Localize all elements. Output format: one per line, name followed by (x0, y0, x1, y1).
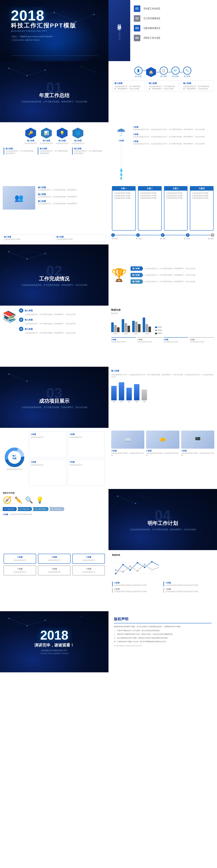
bars-2 (122, 316, 130, 332)
contents-item-4: 04 【明年工作计划】 (134, 35, 213, 41)
slide-section-03: 03 成功项目展示 点击此处添加具体内容，文字尽量言简意赅，简单说明即可，不必太… (0, 367, 108, 428)
method-4: 方案四 点击此处添加文字说明点击此处添加文字说明点击此处添加文字说明 (190, 186, 214, 230)
arrow-2: 输入标题 (130, 273, 143, 277)
tool-text-row: 小标题 点击此处添加文字说明点击此处 (3, 513, 106, 516)
tl-line-4 (189, 235, 211, 235)
info-text-1: 点击此处添加文字，文字尽量言简意赅，简单说明即可，不必太过详细。 (115, 85, 142, 90)
svg-point-50 (8, 618, 9, 619)
utext-body-1: 点击此处添加正文文字，点击此处添加正文文字，文字尽量言简意赅，简单说明即可，不必… (133, 128, 213, 131)
slide-wave-chart: 数据折线 小标题 点击此处添加文字 (108, 550, 217, 611)
wave-title: 数据折线 (112, 554, 213, 556)
svg-point-20 (27, 258, 28, 259)
method-text-1: 点击此处添加文字说明点击此处添加文字说明点击此处添加文字说明 (114, 192, 133, 199)
circle-icon-3: 📋 (160, 66, 168, 75)
title-main: 科技工作汇报PPT模版 (11, 22, 76, 30)
circles-row: 👤 输入标题 🏠 📋 输入标题 💎 输入标题 🔧 输入标题 (112, 66, 213, 78)
connector-1 (143, 70, 146, 71)
sbox-4: 小标题 点击此处添加文字 (68, 459, 105, 485)
vbar-item-4: 04 (134, 384, 140, 403)
gbox-text-3: 点击此处添加文字 (74, 559, 103, 561)
trophy-item-1: 输入标题 点击此处添加文字，文字尽量言简意赅，简单说明即可，不必太过详细。 (130, 267, 214, 271)
ctbox-2: 小标题 点击此处添加文字说明 (137, 337, 162, 343)
method-header-2: 方案二 (138, 186, 161, 191)
gbox-text-1: 点击此处添加文字 (6, 559, 34, 561)
svg-line-10 (27, 70, 45, 75)
slide-photos: ⌨️ 小标题 点击此处添加文字说明，点击此处添加文字说明 🤝 小标题 点击此处添… (108, 428, 217, 489)
connector-2 (156, 72, 160, 72)
vbar-label-2: 02 (121, 401, 122, 403)
chart-title: 数据比较 (111, 308, 214, 312)
svg-point-37 (115, 573, 117, 574)
tl-dot-5: 5 (211, 233, 214, 237)
vbar-3 (126, 388, 132, 400)
svg-point-13 (45, 70, 46, 71)
sbox-title-4: 小标题 (69, 461, 103, 463)
tl-line-1 (115, 235, 136, 235)
book-header-2: 02 输入标题 (19, 317, 106, 322)
bar-label-2: 2016 (124, 333, 128, 335)
umbrella-line (121, 143, 121, 167)
contents-items: 01 【年度工作总结】 02 【工作完成情况】 03 【成功项目展示】 04 【… (134, 5, 213, 44)
wbox-text-1: 点击此处添加文字说明点击此处添加文字说明 (114, 584, 162, 586)
book-item-2: 02 输入标题 点击此处添加文字，文字尽量言简意赅，简单说明即可，不必太过详细。 (19, 317, 106, 325)
umbrella-icon: ☂ (116, 126, 126, 138)
svg-point-53 (81, 616, 82, 617)
vbar-item-2: 02 (119, 382, 124, 403)
slide-finale: 2018 演讲完毕，谢谢观看！ BUSINESS FINANCING PPT 工… (0, 611, 108, 672)
photo-card-1: ⌨️ 小标题 点击此处添加文字说明，点击此处添加文字说明 (111, 431, 144, 457)
svg-point-8 (93, 14, 95, 15)
legend-1: 系列1 (155, 326, 214, 329)
hex-text-box-2: 输入标题 点击此处添加文字，文字尽量言简意赅，简单说明即可 (38, 147, 70, 155)
sbox-title-1: 小标题 (31, 433, 65, 436)
gbox-text-5: 点击此处添加文字 (40, 571, 68, 573)
bar-label-4: 2018 (145, 333, 149, 335)
vbars-text: 点击此处添加正文文字，点击此处添加正文文字，文字尽量言简意赅，简单说明即可，不必… (111, 374, 214, 378)
timeline-row: 1 2 3 4 5 (111, 233, 214, 237)
bars-1 (111, 316, 120, 332)
utext-title-3: 小标题 (133, 140, 213, 143)
vbar-5 (142, 390, 147, 400)
vbar-label-4: 04 (136, 401, 137, 403)
photo-1: ⌨️ (111, 431, 144, 448)
slide-hexagons: 🔑 输入标题 点击此处添加文字 📊 输入标题 点击此处添加文字 💡 输入标题 点… (0, 122, 108, 183)
wbox-text-2: 点击此处添加文字说明点击此处添加文字说明 (165, 584, 213, 586)
legend-color-2 (155, 330, 157, 331)
tl-dot-4: 4 (186, 233, 189, 237)
wbox-text-4: 点击此处添加文字说明点击此处添加文字说明 (165, 590, 213, 593)
ctbox-title-3: 小标题 (163, 339, 188, 341)
ctbox-title-4: 小标题 (190, 339, 214, 341)
slide-boxes-grid: 小标题 点击此处添加文字 小标题 点击此处添加文字 小标题 点击此处添加文字 小… (0, 550, 108, 611)
utext-title-1: 小标题 (133, 126, 213, 128)
bottom-info-row: 输入标题 点击此处添加文字说明 输入标题 点击此处添加文字说明 (3, 235, 106, 242)
book-num-1: 01 (19, 308, 23, 313)
wave-svg (112, 557, 159, 579)
slide-section-02: 02 工作完成情况 点击此处添加具体内容，文字尽量言简意赅，简单说明即可，不必太… (0, 245, 108, 306)
utext-body-2: 点击此处添加正文文字，点击此处添加正文文字，文字尽量言简意赅，简单说明即可，不必… (133, 135, 213, 138)
copyright-title: 版权声明 (114, 617, 212, 623)
book-title-3: 输入标题 (25, 328, 33, 330)
photo-icon-2: 🤝 (159, 437, 166, 443)
gbox-title-4: 小标题 (6, 568, 34, 570)
ctbox-4: 小标题 点击此处添加文字说明 (190, 337, 214, 343)
books-section: 📚 (3, 308, 16, 323)
slide-photo-text: 👥 输入标题 点击此处添加文字，文字尽量言简意赅，简单说明即可 输入标题 点击此… (0, 183, 108, 245)
svg-point-43 (115, 569, 117, 571)
svg-point-46 (137, 570, 138, 571)
contents-sidebar: 目录 CONTENTS (108, 0, 130, 61)
contents-item-1: 01 【年度工作总结】 (134, 5, 213, 12)
slide-copyright: 版权声明 感谢您使用本套免费PPT模版，您可以在遵守以下版权规范的前提下，免费使… (108, 611, 217, 672)
svg-line-48 (9, 618, 27, 626)
legend-label-1: 系列1 (158, 326, 162, 329)
svg-line-3 (76, 14, 94, 22)
lightbulb-icon: 💡 (36, 496, 44, 504)
tl-dot-2: 2 (136, 233, 140, 237)
trophy-icon: 🏆 (111, 268, 127, 282)
sbox-text-4: 点击此处添加文字 (69, 464, 103, 466)
svg-line-17 (9, 252, 27, 259)
gbox-title-1: 小标题 (6, 556, 34, 558)
sbox-text-2: 点击此处添加文字 (69, 436, 103, 438)
ptext-title-3: 输入标题 (38, 200, 106, 203)
htext-title-3: 输入标题 (74, 147, 105, 150)
hex-label-3: 输入标题 (59, 140, 66, 142)
grid-box-6: 小标题 点击此处添加文字 (72, 565, 105, 576)
